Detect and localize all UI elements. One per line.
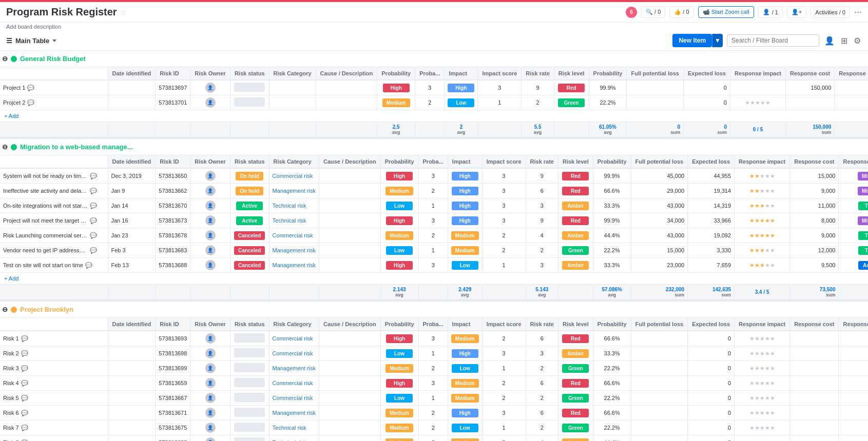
group-header-migration[interactable]: ⊖ Migration to a web-based manage... bbox=[0, 139, 868, 155]
comment-icon[interactable]: 💬 bbox=[27, 99, 34, 106]
col-header-date[interactable]: Date identified bbox=[108, 67, 156, 80]
cell-owner[interactable]: 👤 bbox=[190, 198, 230, 213]
cell-risk-level[interactable]: Red bbox=[558, 184, 593, 198]
cell-category[interactable] bbox=[269, 80, 316, 95]
cell-probability[interactable]: Medium bbox=[380, 420, 418, 435]
search-btn[interactable]: 🔍 / 0 bbox=[641, 6, 665, 18]
cell-risk-level[interactable]: Green bbox=[558, 420, 593, 435]
comment-icon[interactable]: 💬 bbox=[21, 380, 28, 387]
cell-owner[interactable]: 👤 bbox=[190, 213, 230, 228]
cell-probability[interactable]: Medium bbox=[380, 361, 418, 376]
cell-impact[interactable]: Low bbox=[448, 258, 482, 273]
thumb-btn[interactable]: 👍 / 0 bbox=[669, 6, 693, 18]
col-header-owner-m[interactable]: Risk Owner bbox=[190, 155, 230, 168]
cell-status[interactable]: On hold bbox=[230, 184, 269, 198]
main-table-label[interactable]: Main Table bbox=[15, 37, 49, 45]
cell-owner[interactable]: 👤 bbox=[190, 228, 230, 243]
cell-risk-level[interactable]: Amber bbox=[558, 228, 593, 243]
cell-risk-level[interactable]: Red bbox=[554, 80, 589, 95]
cell-impact[interactable]: Medium bbox=[448, 376, 482, 391]
cell-category[interactable]: Commercial risk bbox=[269, 331, 319, 346]
cell-owner[interactable]: 👤 bbox=[190, 95, 230, 110]
col-header-full-loss[interactable]: Full potential loss bbox=[627, 67, 684, 80]
col-header-exp-loss-m[interactable]: Expected loss bbox=[688, 155, 735, 168]
comment-icon[interactable]: 💬 bbox=[90, 203, 97, 209]
comment-icon[interactable]: 💬 bbox=[21, 425, 28, 431]
cell-status[interactable]: Canceled bbox=[230, 258, 269, 273]
cell-probability[interactable]: High bbox=[380, 168, 418, 184]
cell-impact[interactable]: High bbox=[445, 80, 478, 95]
cell-risk-level[interactable]: Red bbox=[558, 376, 593, 391]
cell-risk-level[interactable]: Red bbox=[558, 213, 593, 228]
cell-category[interactable]: Commercial risk bbox=[269, 228, 319, 243]
cell-owner[interactable]: 👤 bbox=[190, 391, 230, 406]
cell-resp-status[interactable] bbox=[839, 361, 868, 376]
col-header-risk-rate-b[interactable]: Risk rate bbox=[526, 318, 558, 331]
col-header-resp-status[interactable]: Response status re... bbox=[835, 67, 868, 80]
comment-icon[interactable]: 💬 bbox=[21, 395, 28, 402]
cell-impact[interactable]: High bbox=[448, 198, 482, 213]
activities-btn[interactable]: Activities / 0 bbox=[811, 7, 850, 18]
group-chevron-general[interactable]: ⊖ bbox=[2, 55, 8, 63]
cell-date[interactable]: Jan 16 bbox=[108, 213, 156, 228]
col-header-impact[interactable]: Impact bbox=[445, 67, 478, 80]
col-header-resp-cost[interactable]: Response cost bbox=[786, 67, 835, 80]
cell-cause[interactable] bbox=[319, 168, 380, 184]
col-header-proba-m[interactable]: Proba... bbox=[418, 155, 448, 168]
invite-btn[interactable]: 👤+ bbox=[787, 6, 806, 18]
cell-owner[interactable]: 👤 bbox=[190, 435, 230, 442]
group-header-general[interactable]: ⊖ General Risk Budget bbox=[0, 51, 868, 67]
cell-probability[interactable]: Medium bbox=[380, 228, 418, 243]
cell-resp-impact[interactable]: ★★★★★ bbox=[735, 184, 790, 198]
cell-impact[interactable]: High bbox=[448, 213, 482, 228]
col-header-prob-b[interactable]: Probability bbox=[380, 318, 418, 331]
cell-date[interactable] bbox=[108, 391, 156, 406]
cell-date[interactable] bbox=[108, 420, 156, 435]
cell-resp-impact[interactable] bbox=[730, 80, 785, 95]
cell-category[interactable]: Management risk bbox=[269, 361, 319, 376]
cell-category[interactable]: Commercial risk bbox=[269, 346, 319, 361]
group-header-brooklyn[interactable]: ⊖ Project Brooklyn bbox=[0, 302, 868, 318]
new-item-button[interactable]: New Item bbox=[672, 34, 712, 47]
col-header-cause[interactable]: Cause / Description bbox=[316, 67, 377, 80]
cell-category[interactable]: Management risk bbox=[269, 258, 319, 273]
col-header-resp-status-m[interactable]: Response status re... bbox=[839, 155, 868, 168]
cell-status[interactable] bbox=[230, 346, 269, 361]
comment-icon[interactable]: 💬 bbox=[90, 188, 97, 194]
comment-icon[interactable]: 💬 bbox=[85, 262, 92, 269]
display-options-btn[interactable]: ⊞ bbox=[840, 35, 848, 47]
cell-impact[interactable]: High bbox=[448, 184, 482, 198]
col-header-status[interactable]: Risk status bbox=[230, 67, 269, 80]
cell-category[interactable]: Management risk bbox=[269, 184, 319, 198]
cell-category[interactable]: Commercial risk bbox=[269, 168, 319, 184]
add-row[interactable]: + Add bbox=[0, 273, 868, 285]
col-header-cause-m[interactable]: Cause / Description bbox=[319, 155, 380, 168]
cell-cause[interactable] bbox=[319, 391, 380, 406]
cell-date[interactable]: Jan 23 bbox=[108, 228, 156, 243]
cell-cause[interactable] bbox=[319, 435, 380, 442]
col-header-probability2-b[interactable]: Probability bbox=[593, 318, 631, 331]
cell-status[interactable] bbox=[230, 420, 269, 435]
cell-probability[interactable]: Medium bbox=[377, 95, 415, 110]
col-header-prob[interactable]: Probability bbox=[377, 67, 415, 80]
col-header-riskid[interactable]: Risk ID bbox=[156, 67, 190, 80]
group-chevron-brooklyn[interactable]: ⊖ bbox=[2, 306, 8, 313]
col-header-risk-level[interactable]: Risk level bbox=[554, 67, 589, 80]
cell-category[interactable]: Technical risk bbox=[269, 435, 319, 442]
cell-probability[interactable]: Low bbox=[380, 243, 418, 258]
cell-status[interactable]: Active bbox=[230, 213, 269, 228]
cell-resp-status[interactable] bbox=[839, 406, 868, 420]
cell-cause[interactable] bbox=[319, 361, 380, 376]
col-header-category-m[interactable]: Risk Category bbox=[269, 155, 319, 168]
cell-date[interactable] bbox=[108, 406, 156, 420]
cell-risk-level[interactable]: Red bbox=[558, 331, 593, 346]
col-header-date-b[interactable]: Date identified bbox=[108, 318, 156, 331]
cell-probability[interactable]: High bbox=[380, 258, 418, 273]
comment-icon[interactable]: 💬 bbox=[90, 247, 97, 254]
col-header-exp-loss[interactable]: Expected loss bbox=[683, 67, 730, 80]
cell-risk-level[interactable]: Amber bbox=[558, 346, 593, 361]
cell-risk-level[interactable]: Green bbox=[558, 361, 593, 376]
cell-probability[interactable]: Medium bbox=[380, 406, 418, 420]
cell-resp-impact[interactable]: ★★★★★ bbox=[735, 420, 790, 435]
cell-resp-status[interactable] bbox=[839, 391, 868, 406]
